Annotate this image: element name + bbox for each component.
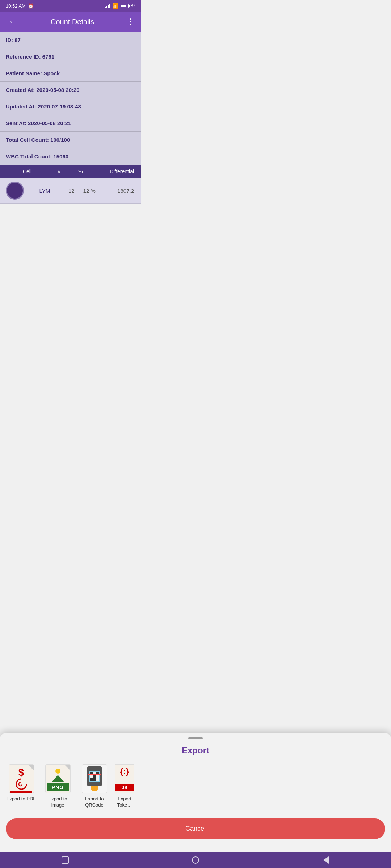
app-bar: ← Count Details bbox=[0, 12, 141, 32]
col-header-pct: % bbox=[70, 169, 91, 174]
status-left: 10:52 AM ⏰ bbox=[6, 3, 34, 9]
signal-icon bbox=[105, 4, 110, 8]
status-bar: 10:52 AM ⏰ 📶 87 bbox=[0, 0, 141, 12]
detail-sent-at: Sent At: 2020-05-08 20:21 bbox=[0, 115, 141, 132]
wifi-icon: 📶 bbox=[112, 3, 118, 9]
detail-total-cell-count: Total Cell Count: 100/100 bbox=[0, 132, 141, 148]
col-header-cell: Cell bbox=[6, 169, 49, 174]
back-button[interactable]: ← bbox=[6, 14, 20, 29]
cell-hash: 12 bbox=[63, 188, 80, 194]
page-title: Count Details bbox=[51, 18, 94, 26]
more-dots-icon bbox=[128, 17, 133, 26]
status-right: 📶 87 bbox=[105, 3, 135, 9]
col-header-hash: # bbox=[49, 169, 70, 174]
col-header-differential: Differential bbox=[91, 169, 135, 174]
detail-id: ID: 87 bbox=[0, 32, 141, 48]
battery-icon bbox=[121, 4, 129, 8]
cell-color-circle bbox=[6, 182, 24, 200]
battery-level: 87 bbox=[131, 3, 135, 8]
detail-wbc-total-count: WBC Total Count: 15060 bbox=[0, 148, 141, 165]
cell-pct: 12 % bbox=[80, 188, 98, 194]
detail-reference-id: Reference ID: 6761 bbox=[0, 48, 141, 65]
detail-updated-at: Updated At: 2020-07-19 08:48 bbox=[0, 98, 141, 115]
cell-name: LYM bbox=[27, 188, 63, 194]
more-menu-button[interactable] bbox=[125, 14, 135, 29]
time-display: 10:52 AM bbox=[6, 3, 26, 9]
detail-patient-name: Patient Name: Spock bbox=[0, 65, 141, 82]
detail-created-at: Created At: 2020-05-08 20:20 bbox=[0, 82, 141, 98]
table-row: LYM 12 12 % 1807.2 bbox=[0, 178, 141, 204]
alarm-icon: ⏰ bbox=[28, 3, 34, 9]
table-header: Cell # % Differential bbox=[0, 165, 141, 178]
content-area: ID: 87 Reference ID: 6761 Patient Name: … bbox=[0, 32, 141, 204]
cell-differential: 1807.2 bbox=[98, 188, 135, 194]
